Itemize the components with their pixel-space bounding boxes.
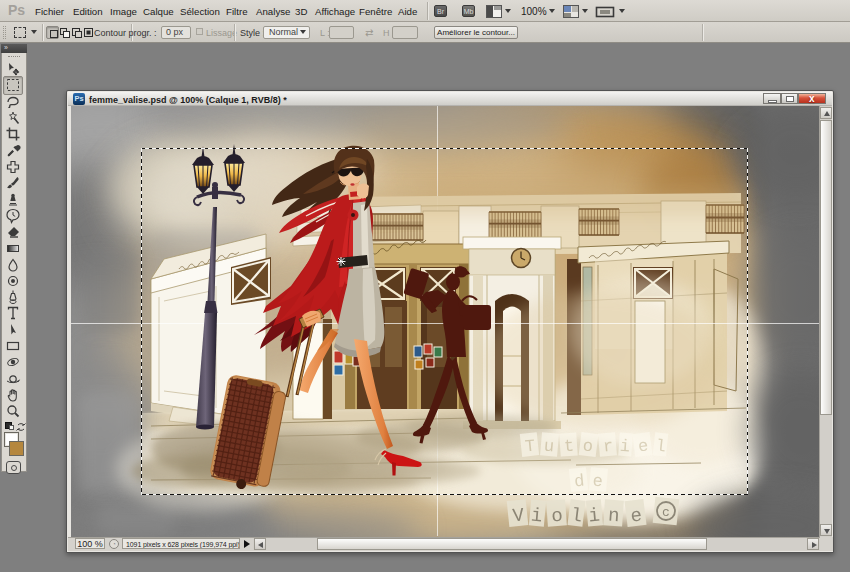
svg-text:t: t [563,437,575,457]
svg-text:i: i [588,505,601,528]
svg-text:l: l [655,437,667,457]
svg-text:n: n [607,505,620,528]
svg-text:i: i [619,437,631,457]
svg-text:o: o [551,505,564,528]
svg-text:r: r [602,437,614,457]
svg-text:c: c [662,505,670,520]
svg-text:d: d [573,472,585,492]
svg-text:i: i [530,505,543,528]
svg-text:e: e [592,472,604,492]
svg-text:u: u [543,437,555,457]
svg-text:T: T [524,437,536,457]
